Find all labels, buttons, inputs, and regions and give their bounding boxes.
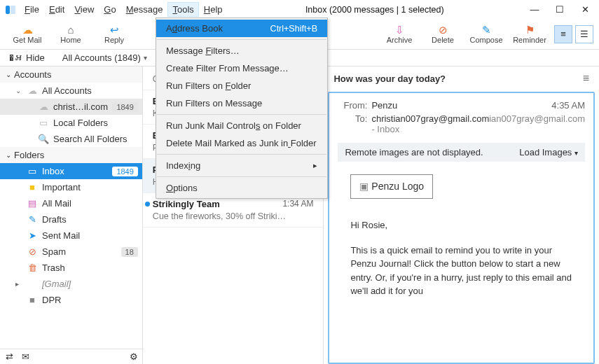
tools-menu-item[interactable]: Options — [156, 179, 327, 197]
unread-dot-icon — [145, 202, 150, 206]
message-body: Penzu Logo Hi Rosie, This is a quick ema… — [338, 174, 585, 298]
close-button[interactable]: ✕ — [572, 1, 598, 19]
tools-menu-item[interactable]: Address BookCtrl+Shift+B — [156, 20, 327, 37]
svg-rect-1 — [11, 6, 15, 14]
get-mail-button[interactable]: ☁Get Mail — [6, 20, 49, 48]
reading-pane: How was your day today? ≡ From:Penzu4:35… — [324, 66, 599, 364]
sidebar: ⌄Accounts ⌄☁All Accounts☁christ…il.com18… — [0, 66, 143, 364]
menu-file[interactable]: File — [20, 2, 44, 17]
minimize-button[interactable]: — — [522, 1, 547, 19]
view-toggle-button[interactable]: ☰ — [575, 25, 593, 43]
title-bar: FileEditViewGoMessageToolsHelp Inbox (20… — [0, 0, 599, 19]
delete-button[interactable]: ⊘Delete — [421, 20, 464, 48]
folder-drafts[interactable]: ✎Drafts — [0, 211, 142, 227]
tools-menu-item[interactable]: Run Junk Mail Controls on Folder — [156, 117, 327, 134]
message-menu-icon[interactable]: ≡ — [583, 72, 589, 85]
reminder-button[interactable]: ⚑Reminder — [508, 20, 551, 48]
sync-icon[interactable]: ⇄ — [6, 351, 13, 362]
message-body-box: From:Penzu4:35 AM To:christian007gray@gm… — [328, 92, 595, 364]
menu-edit[interactable]: Edit — [44, 2, 69, 17]
account-item[interactable]: ☁christ…il.com1849 — [0, 99, 142, 115]
folders-header[interactable]: ⌄Folders — [0, 147, 142, 163]
folder-trash[interactable]: 🗑Trash — [0, 260, 142, 276]
to-value: christian007gray@gmail.comian007gray@gma… — [371, 113, 585, 134]
tools-menu-item[interactable]: Run Filters on Folder — [156, 77, 327, 94]
account-item[interactable]: ⌄☁All Accounts — [0, 83, 142, 99]
svg-rect-0 — [6, 6, 10, 14]
settings-icon[interactable]: ⚙ — [130, 351, 138, 362]
tools-menu-item[interactable]: Indexing▸ — [156, 157, 327, 174]
folder-dpr[interactable]: ■DPR — [0, 292, 142, 308]
menu-view[interactable]: View — [69, 2, 99, 17]
account-selector[interactable]: All Accounts (1849) ▾ — [55, 51, 154, 64]
archive-button[interactable]: ⇩Archive — [378, 20, 421, 48]
load-images-button[interactable]: Load Images ▾ — [519, 147, 578, 158]
folder-all-mail[interactable]: ▤All Mail — [0, 195, 142, 211]
compose-button[interactable]: ✎Compose — [464, 20, 508, 48]
menu-tools[interactable]: Tools — [167, 2, 198, 17]
folder--gmail-[interactable]: ▸[Gmail] — [0, 276, 142, 292]
maximize-button[interactable]: ☐ — [547, 1, 572, 19]
menu-help[interactable]: Help — [199, 2, 228, 17]
message-time: 4:35 AM — [551, 100, 585, 111]
from-value: Penzu — [371, 100, 551, 111]
tools-menu-item[interactable]: Run Filters on Message — [156, 94, 327, 112]
tools-menu-dropdown: Address BookCtrl+Shift+BMessage Filters…… — [156, 18, 328, 199]
folder-inbox[interactable]: ▭Inbox1849 — [0, 163, 142, 179]
window-title: Inbox (2000 messages | 1 selected) — [228, 5, 522, 15]
app-icon — [4, 4, 17, 16]
chat-icon[interactable]: ✉ — [22, 351, 29, 362]
account-item[interactable]: 🔍Search All Folders — [0, 131, 142, 147]
tools-menu-item[interactable]: Delete Mail Marked as Junk in Folder — [156, 134, 327, 152]
remote-images-bar: Remote images are not displayed. Load Im… — [338, 143, 585, 162]
menu-go[interactable]: Go — [99, 2, 121, 17]
folder-sent-mail[interactable]: ➤Sent Mail — [0, 227, 142, 244]
sidebar-footer: ⇄ ✉ ⚙ — [0, 349, 144, 364]
hide-sidebar-button[interactable]: �អ Hide — [3, 50, 51, 65]
menu-message[interactable]: Message — [121, 2, 168, 17]
tools-menu-item[interactable]: Message Filters… — [156, 42, 327, 59]
message-subject: How was your day today? ≡ — [324, 66, 599, 92]
accounts-header[interactable]: ⌄Accounts — [0, 66, 142, 83]
tools-menu-item[interactable]: Create Filter From Message… — [156, 59, 327, 77]
penzu-logo-placeholder: Penzu Logo — [350, 174, 433, 199]
folder-important[interactable]: ■Important — [0, 179, 142, 195]
reply-button[interactable]: ↩Reply — [92, 20, 136, 48]
home-button[interactable]: ⌂Home — [49, 20, 92, 48]
folder-spam[interactable]: ⊘Spam18 — [0, 244, 142, 260]
account-item[interactable]: ▭Local Folders — [0, 115, 142, 131]
menu-bar: FileEditViewGoMessageToolsHelp — [20, 2, 228, 17]
view-list-button[interactable]: ≡ — [554, 25, 572, 43]
